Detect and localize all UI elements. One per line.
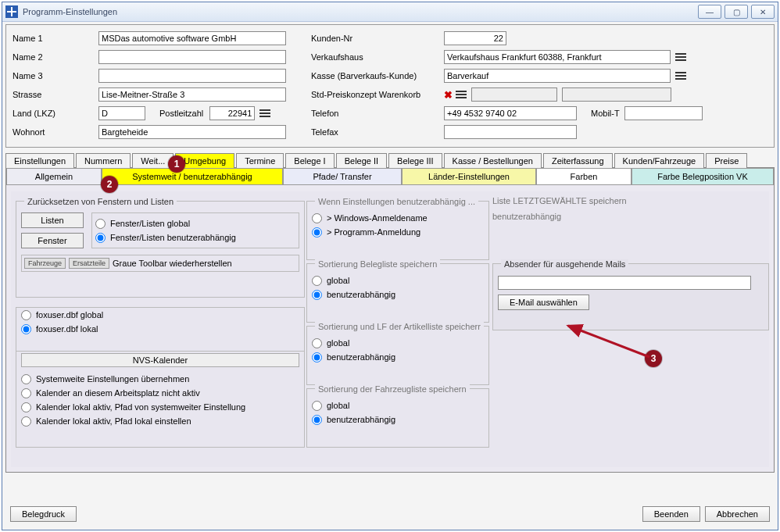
input-kasse[interactable] xyxy=(444,69,671,83)
radio-nvs-4[interactable]: Kalender lokal aktiv, Pfad lokal einstel… xyxy=(21,414,299,428)
radio-fl-user[interactable]: Fenster/Listen benutzerabhängig xyxy=(95,230,295,245)
input-telefax[interactable] xyxy=(444,125,577,139)
main-tab-1[interactable]: Nummern xyxy=(76,153,131,168)
group-foxuser: foxuser.dbf global foxuser.dbf lokal xyxy=(16,307,305,352)
annotation-2: 2 xyxy=(101,176,118,193)
input-name2[interactable] xyxy=(98,50,286,64)
sub-tab-5[interactable]: Farbe Belegposition VK xyxy=(632,168,774,184)
lookup-icon[interactable] xyxy=(259,109,270,118)
liste-title: Liste LETZTGEWÄHLTE speichern xyxy=(492,196,758,205)
radio-einst-prog[interactable]: > Programm-Anmeldung xyxy=(312,225,484,239)
group-sort-artikel: Sortierung und LF der Artikelliste speic… xyxy=(306,326,489,385)
radio-nvs-1[interactable]: Systemweite Einstellungen übernehmen xyxy=(21,372,299,386)
input-name1[interactable] xyxy=(98,31,286,45)
group-reset-title: Zurücksetzen von Fenstern und Listen xyxy=(24,197,177,206)
sub-tabs: AllgemeinSystemweit / benutzerabhängigPf… xyxy=(6,168,774,185)
label-name2: Name 2 xyxy=(13,52,98,62)
liste-letztgewaehlte: Liste LETZTGEWÄHLTE speichern benutzerab… xyxy=(492,196,758,221)
input-street[interactable] xyxy=(98,87,286,102)
group-mail-title: Absender für ausgehende Mails xyxy=(501,259,628,269)
pk-field-1 xyxy=(471,87,557,102)
titlebar: Programm-Einstellungen — ▢ ✕ xyxy=(2,2,778,22)
radio-einst-win[interactable]: > Windows-Anmeldename xyxy=(312,211,484,225)
btn-belegdruck[interactable]: Belegdruck xyxy=(10,506,77,522)
main-tab-5[interactable]: Belege I xyxy=(285,153,334,168)
radio-fl-global[interactable]: Fenster/Listen global xyxy=(95,216,295,230)
btn-beenden[interactable]: Beenden xyxy=(642,506,700,522)
input-verkaufshaus[interactable] xyxy=(444,50,671,64)
main-tab-9[interactable]: Zeiterfassung xyxy=(543,153,613,168)
lookup-icon[interactable] xyxy=(456,90,467,99)
input-telefon[interactable] xyxy=(444,106,577,120)
input-kundennr[interactable] xyxy=(444,31,506,45)
radio-fox-global[interactable]: foxuser.dbf global xyxy=(21,308,299,322)
group-sort-fahrzeug-title: Sortierung der Fahrzeugliste speichern xyxy=(315,384,470,394)
main-tab-11[interactable]: Preise xyxy=(706,153,747,168)
radio-s3-global[interactable]: global xyxy=(312,398,484,412)
close-button[interactable]: ✕ xyxy=(751,5,775,19)
label-mobil: Mobil-T xyxy=(591,109,620,118)
group-sort-beleg: Sortierung Belegliste speichern global b… xyxy=(306,263,489,323)
liste-value: benutzerabhängig xyxy=(492,212,758,221)
app-icon xyxy=(5,5,18,18)
label-street: Strasse xyxy=(13,90,98,99)
sub-tab-1[interactable]: Systemweit / benutzerabhängig xyxy=(102,168,283,184)
label-land: Land (LKZ) xyxy=(13,109,98,118)
input-ort[interactable] xyxy=(98,125,286,139)
radio-nvs-2[interactable]: Kalender an diesem Arbeitsplatz nicht ak… xyxy=(21,386,299,400)
btn-email-select[interactable]: E-Mail auswählen xyxy=(498,295,589,310)
mini-ersatzteile[interactable]: Ersatzteile xyxy=(69,258,109,269)
btn-fenster[interactable]: Fenster xyxy=(21,233,84,248)
input-mail-sender[interactable] xyxy=(498,276,751,290)
annotation-arrow xyxy=(564,321,657,370)
lookup-icon[interactable] xyxy=(675,52,686,62)
label-preiskonzept: Std-Preiskonzept Warenkorb xyxy=(311,90,444,99)
radio-s1-user[interactable]: benutzerabhängig xyxy=(312,287,484,302)
header-form: Name 1 Name 2 Name 3 Strasse Land (LKZ) … xyxy=(5,24,775,148)
sub-tab-4[interactable]: Farben xyxy=(536,168,632,184)
label-kasse: Kasse (Barverkaufs-Kunde) xyxy=(311,71,444,80)
label-plz: Postleitzahl xyxy=(159,109,203,118)
main-tab-0[interactable]: Einstellungen xyxy=(5,153,74,168)
radio-s2-user[interactable]: benutzerabhängig xyxy=(312,350,484,364)
clear-icon[interactable]: ✖ xyxy=(444,89,453,101)
label-telefon: Telefon xyxy=(311,109,444,118)
radio-s2-global[interactable]: global xyxy=(312,336,484,350)
main-tab-10[interactable]: Kunden/Fahrzeuge xyxy=(614,153,705,168)
main-tab-6[interactable]: Belege II xyxy=(336,153,387,168)
main-tab-4[interactable]: Termine xyxy=(236,153,284,168)
pk-field-2 xyxy=(562,87,671,102)
window: Programm-Einstellungen — ▢ ✕ Name 1 Name… xyxy=(2,2,778,530)
radio-s3-user[interactable]: benutzerabhängig xyxy=(312,412,484,427)
input-land[interactable] xyxy=(98,106,145,120)
graue-toolbar-label: Graue Toolbar wiederherstellen xyxy=(113,259,232,268)
sub-tab-2[interactable]: Pfade/ Transfer xyxy=(283,168,402,184)
input-mobil[interactable] xyxy=(624,106,703,120)
btn-listen[interactable]: Listen xyxy=(21,212,84,228)
tab-content: AllgemeinSystemweit / benutzerabhängigPf… xyxy=(5,168,775,473)
maximize-button[interactable]: ▢ xyxy=(725,5,748,19)
group-nvs: NVS-Kalender Systemweite Einstellungen ü… xyxy=(16,351,305,448)
nvs-title: NVS-Kalender xyxy=(21,353,299,367)
main-tab-7[interactable]: Belege III xyxy=(388,153,442,168)
mini-fahrzeuge[interactable]: Fahrzeuge xyxy=(24,258,66,269)
radio-nvs-3[interactable]: Kalender lokal aktiv, Pfad von systemwei… xyxy=(21,400,299,414)
label-name3: Name 3 xyxy=(13,71,98,80)
group-einst-user: Wenn Einstellungen benutzerabhängig ... … xyxy=(306,201,489,260)
sub-tab-0[interactable]: Allgemein xyxy=(6,168,102,184)
sub-tab-3[interactable]: Länder-Einstellungen xyxy=(402,168,536,184)
main-tab-8[interactable]: Kasse / Bestellungen xyxy=(444,153,542,168)
radio-fox-lokal[interactable]: foxuser.dbf lokal xyxy=(21,322,299,336)
window-title: Programm-Einstellungen xyxy=(23,7,117,16)
input-name3[interactable] xyxy=(98,69,286,83)
group-sort-artikel-title: Sortierung und LF der Artikelliste speic… xyxy=(315,322,484,331)
input-plz[interactable] xyxy=(209,106,255,120)
btn-abbrechen[interactable]: Abbrechen xyxy=(705,506,770,522)
lookup-icon[interactable] xyxy=(675,71,686,80)
label-verkaufshaus: Verkaufshaus xyxy=(311,52,444,62)
annotation-1: 1 xyxy=(168,155,185,173)
footer: Belegdruck Beenden Abbrechen xyxy=(5,502,775,527)
minimize-button[interactable]: — xyxy=(698,5,721,19)
svg-line-0 xyxy=(568,326,649,357)
radio-s1-global[interactable]: global xyxy=(312,273,484,287)
